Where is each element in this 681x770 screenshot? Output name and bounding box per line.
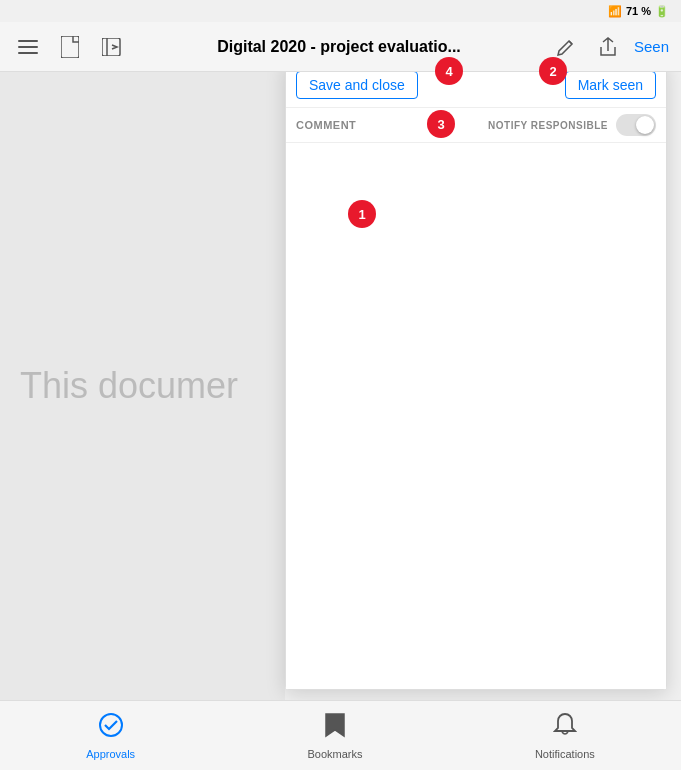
svg-rect-3 <box>61 36 79 58</box>
notifications-label: Notifications <box>535 748 595 760</box>
document-preview: This documer <box>0 72 285 700</box>
comment-content-area[interactable] <box>286 143 666 689</box>
bookmarks-icon <box>324 712 346 744</box>
notify-toggle[interactable] <box>616 114 656 136</box>
notify-label: NOTIFY RESPONSIBLE <box>488 120 608 131</box>
badge-3: 3 <box>427 110 455 138</box>
bookmarks-label: Bookmarks <box>307 748 362 760</box>
comment-panel: Save and close Mark seen COMMENT NOTIFY … <box>285 62 667 690</box>
tab-notifications[interactable]: Notifications <box>535 712 595 760</box>
svg-rect-1 <box>18 46 38 48</box>
battery-percent: 71 % <box>626 5 651 17</box>
svg-rect-2 <box>18 52 38 54</box>
approvals-icon <box>98 712 124 744</box>
badge-1: 1 <box>348 200 376 228</box>
approvals-label: Approvals <box>86 748 135 760</box>
document-text: This documer <box>20 365 238 407</box>
forward-icon[interactable] <box>96 31 128 63</box>
badge-4: 4 <box>435 57 463 85</box>
share-button[interactable] <box>592 31 624 63</box>
status-bar: 📶 71 % 🔋 <box>0 0 681 22</box>
mark-seen-button[interactable]: Mark seen <box>565 71 656 99</box>
document-icon[interactable] <box>54 31 86 63</box>
save-close-button[interactable]: Save and close <box>296 71 418 99</box>
wifi-icon: 📶 <box>608 5 622 18</box>
nav-bar: Digital 2020 - project evaluatio... Seen <box>0 22 681 72</box>
page-title: Digital 2020 - project evaluatio... <box>138 38 540 56</box>
comment-notify-row: COMMENT NOTIFY RESPONSIBLE <box>286 108 666 143</box>
tab-bookmarks[interactable]: Bookmarks <box>307 712 362 760</box>
svg-rect-0 <box>18 40 38 42</box>
seen-button[interactable]: Seen <box>634 38 669 55</box>
badge-2: 2 <box>539 57 567 85</box>
tab-approvals[interactable]: Approvals <box>86 712 135 760</box>
tab-bar: Approvals Bookmarks Notifications <box>0 700 681 770</box>
notifications-icon <box>553 712 577 744</box>
menu-button[interactable] <box>12 31 44 63</box>
battery-icon: 🔋 <box>655 5 669 18</box>
svg-point-5 <box>100 714 122 736</box>
